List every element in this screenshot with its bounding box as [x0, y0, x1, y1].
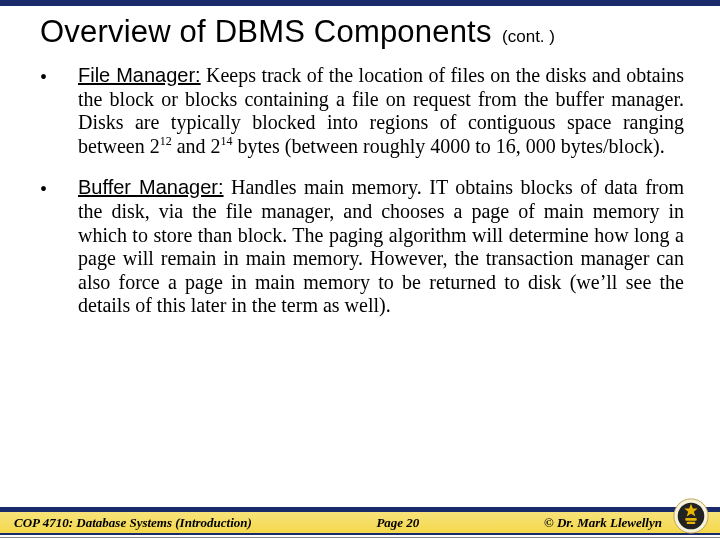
svg-rect-2	[685, 518, 696, 521]
footer-page: Page 20	[252, 515, 544, 531]
title-row: Overview of DBMS Components (cont. )	[0, 6, 720, 54]
ucf-logo-icon	[672, 497, 710, 535]
term-label: Buffer Manager:	[78, 176, 224, 198]
bullet-mark: •	[40, 64, 52, 158]
term-label: File Manager:	[78, 64, 201, 86]
list-item: • Buffer Manager: Handles main memory. I…	[40, 176, 684, 318]
bullet-paragraph: Buffer Manager: Handles main memory. IT …	[78, 176, 684, 318]
bullet-mark: •	[40, 176, 52, 318]
bullet-paragraph: File Manager: Keeps track of the locatio…	[78, 64, 684, 158]
list-item: • File Manager: Keeps track of the locat…	[40, 64, 684, 158]
bottom-rule	[0, 537, 720, 538]
exponent: 12	[160, 134, 172, 148]
slide: Overview of DBMS Components (cont. ) • F…	[0, 0, 720, 540]
svg-rect-3	[687, 522, 696, 524]
exponent: 14	[221, 134, 233, 148]
slide-title: Overview of DBMS Components	[40, 14, 492, 49]
bullet-text: and 2	[172, 135, 221, 157]
slide-body: • File Manager: Keeps track of the locat…	[0, 54, 720, 318]
footer-left: COP 4710: Database Systems (Introduction…	[14, 515, 252, 531]
slide-title-cont: (cont. )	[496, 27, 555, 46]
bullet-text: bytes (between roughly 4000 to 16, 000 b…	[233, 135, 665, 157]
slide-footer: COP 4710: Database Systems (Introduction…	[0, 507, 720, 535]
